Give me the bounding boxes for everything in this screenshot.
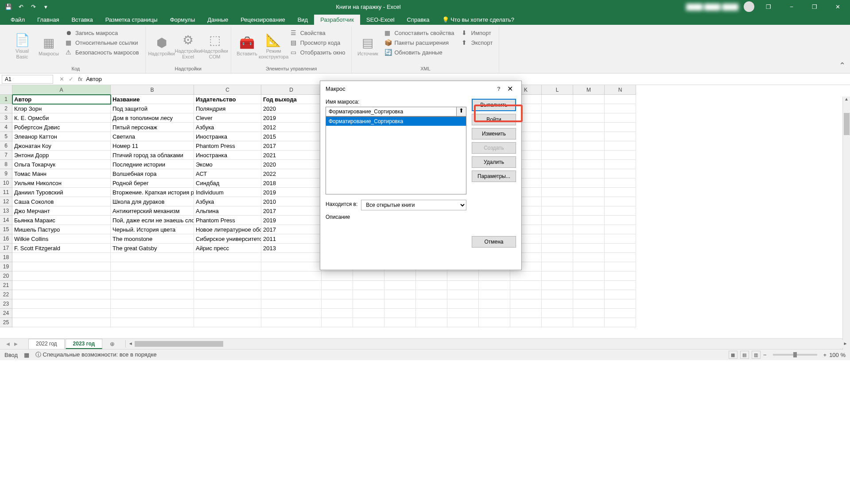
cell[interactable]: Черный. История цвета (111, 225, 194, 234)
cell[interactable] (605, 132, 636, 141)
cell[interactable] (542, 151, 573, 160)
row-header[interactable]: 7 (0, 151, 12, 160)
cell[interactable] (542, 123, 573, 132)
cell[interactable] (194, 309, 261, 318)
cell[interactable] (542, 225, 573, 234)
maximize-button[interactable]: ❐ (806, 0, 823, 13)
cell[interactable] (479, 309, 510, 318)
dialog-help-button[interactable]: ? (494, 85, 504, 92)
cell[interactable] (542, 95, 573, 104)
cell[interactable]: 2019 (261, 216, 322, 225)
cell[interactable] (194, 253, 261, 262)
cell[interactable]: 2012 (261, 123, 322, 132)
cell[interactable] (605, 141, 636, 151)
cell[interactable] (111, 262, 194, 271)
row-header[interactable]: 23 (0, 299, 12, 309)
cell[interactable] (194, 299, 261, 309)
cell[interactable]: 2020 (261, 160, 322, 169)
cell[interactable] (605, 299, 636, 309)
cell[interactable] (194, 262, 261, 271)
cell[interactable] (479, 299, 510, 309)
cell[interactable] (542, 244, 573, 253)
cell[interactable] (605, 188, 636, 197)
cell[interactable] (605, 216, 636, 225)
expansion-packs-button[interactable]: 📦Пакеты расширения (382, 38, 457, 47)
hscroll-thumb[interactable] (135, 341, 223, 347)
cell[interactable] (605, 160, 636, 169)
cell[interactable] (194, 281, 261, 290)
cell[interactable] (573, 141, 605, 151)
cell[interactable] (605, 178, 636, 188)
macro-list[interactable]: Форматирование_Сортировка (326, 116, 466, 194)
cell[interactable] (573, 132, 605, 141)
cell[interactable] (542, 318, 573, 327)
cell[interactable] (416, 318, 447, 327)
run-macro-button[interactable]: Выполнить (472, 99, 516, 111)
page-break-view-button[interactable]: ▥ (752, 351, 761, 359)
edit-macro-button[interactable]: Изменить (472, 128, 516, 140)
cell[interactable] (542, 290, 573, 299)
cell[interactable] (605, 151, 636, 160)
horizontal-scrollbar[interactable]: ◄ ► (125, 340, 850, 348)
undo-icon[interactable]: ↶ (16, 2, 26, 12)
cell[interactable]: Вторжение. Краткая история русских хакер… (111, 188, 194, 197)
cell[interactable] (542, 169, 573, 178)
cell[interactable] (261, 309, 322, 318)
tab-seo-excel[interactable]: SEO-Excel (360, 15, 401, 25)
cell[interactable] (542, 141, 573, 151)
name-box[interactable] (2, 75, 53, 84)
cell[interactable] (353, 309, 384, 318)
row-header[interactable]: 24 (0, 309, 12, 318)
normal-view-button[interactable]: ▦ (729, 351, 737, 359)
cell[interactable]: Мишель Пастуро (12, 225, 111, 234)
cell[interactable] (605, 104, 636, 113)
cell[interactable] (261, 262, 322, 271)
cell[interactable]: Уильям Николсон (12, 178, 111, 188)
cell[interactable] (573, 262, 605, 271)
cell[interactable] (542, 160, 573, 169)
cancel-formula-icon[interactable]: ✕ (59, 76, 64, 82)
row-header[interactable]: 21 (0, 281, 12, 290)
tab-разработчик[interactable]: Разработчик (314, 15, 360, 25)
cell[interactable]: 2017 (261, 141, 322, 151)
cell[interactable] (573, 169, 605, 178)
cell[interactable] (111, 299, 194, 309)
cell[interactable] (573, 178, 605, 188)
cell[interactable] (573, 160, 605, 169)
cell[interactable] (447, 318, 479, 327)
cell[interactable] (261, 271, 322, 281)
map-properties-button[interactable]: ▦Сопоставить свойства (382, 28, 457, 37)
cell[interactable]: Волшебная гора (111, 169, 194, 178)
cell[interactable]: Новое литературное обозрение (194, 225, 261, 234)
cell[interactable]: Элеанор Каттон (12, 132, 111, 141)
cell[interactable] (194, 318, 261, 327)
cell[interactable]: Phantom Press (194, 216, 261, 225)
run-dialog-button[interactable]: ▭Отобразить окно (288, 48, 348, 57)
cell[interactable] (605, 95, 636, 104)
xml-import-button[interactable]: ⬇Импорт (459, 28, 496, 37)
cell[interactable] (605, 234, 636, 244)
cell[interactable] (111, 290, 194, 299)
cell[interactable]: Wilkie Collins (12, 234, 111, 244)
cell[interactable] (12, 271, 111, 281)
column-header[interactable]: M (573, 85, 605, 95)
save-icon[interactable]: 💾 (4, 2, 13, 12)
cell[interactable] (573, 290, 605, 299)
row-header[interactable]: 20 (0, 271, 12, 281)
macro-security-button[interactable]: ⚠Безопасность макросов (63, 48, 142, 57)
cell[interactable]: Джонатан Коу (12, 141, 111, 151)
column-header[interactable]: B (111, 85, 194, 95)
row-header[interactable]: 15 (0, 225, 12, 234)
cell[interactable] (605, 197, 636, 206)
cell[interactable] (261, 318, 322, 327)
cell[interactable]: Сибирское университетское издательство (194, 234, 261, 244)
cell[interactable] (542, 188, 573, 197)
tab-справка[interactable]: Справка (401, 15, 436, 25)
cell[interactable] (605, 253, 636, 262)
close-button[interactable]: ✕ (829, 0, 846, 13)
cell[interactable] (542, 299, 573, 309)
cell[interactable] (510, 309, 542, 318)
step-into-button[interactable]: Войти (472, 114, 516, 125)
cell[interactable] (194, 271, 261, 281)
record-macro-button[interactable]: ⏺Запись макроса (63, 28, 142, 37)
